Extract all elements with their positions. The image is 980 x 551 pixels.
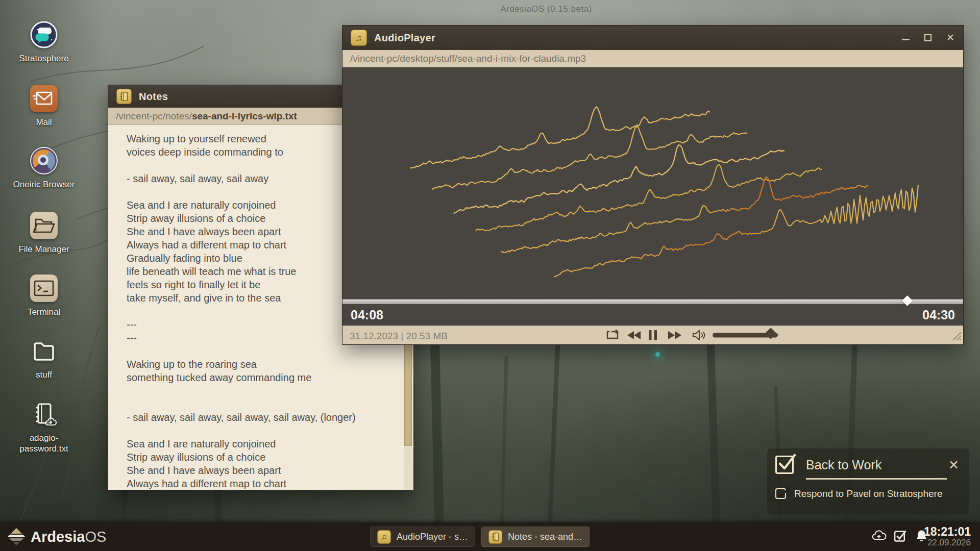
- browser-swirl-icon: [30, 147, 58, 174]
- taskbar-button-notes[interactable]: Notes - sea-and…: [481, 527, 590, 547]
- file-info: 31.12.2023 | 20.53 MB: [350, 326, 448, 346]
- pause-icon[interactable]: [648, 329, 658, 341]
- icon-label: Mail: [36, 117, 52, 128]
- tasks-checkbox-icon[interactable]: [893, 529, 907, 545]
- music-note-icon: ♫: [351, 30, 367, 46]
- close-icon[interactable]: ✕: [946, 458, 961, 472]
- desktop-icon-stratosphere[interactable]: Stratosphere: [3, 21, 85, 64]
- os-version-watermark: ArdesiaOS (0.15 beta): [449, 4, 643, 14]
- clock-date: 22.09.2026: [924, 538, 971, 548]
- todo-underline: [806, 478, 947, 480]
- volume-slider[interactable]: [713, 333, 778, 338]
- envelope-icon: [30, 85, 58, 112]
- audio-controls-bar: 31.12.2023 | 20.53 MB: [342, 325, 963, 344]
- repeat-icon[interactable]: [605, 329, 620, 341]
- waveform-display: [342, 67, 963, 299]
- audio-path-bar: /vincent-pc/desktop/stuff/sea-and-i-mix-…: [342, 50, 963, 67]
- cloud-upload-icon[interactable]: [871, 530, 887, 544]
- rewind-icon[interactable]: [626, 330, 642, 340]
- desktop-icon-mail[interactable]: Mail: [3, 85, 85, 128]
- os-logo[interactable]: ArdesiaOS: [7, 522, 106, 551]
- fast-forward-icon[interactable]: [667, 330, 682, 340]
- icon-label: stuff: [36, 369, 52, 380]
- waveform-svg: [342, 67, 964, 299]
- resize-grip[interactable]: [952, 331, 962, 343]
- close-button[interactable]: ✕: [946, 33, 955, 42]
- os-name-bold: Ardesia: [31, 529, 85, 545]
- desktop-icon-adagio-password[interactable]: adagio-password.txt: [3, 400, 85, 454]
- total-duration: 04:30: [922, 308, 955, 322]
- ardesia-diamond-icon: [7, 528, 26, 546]
- path-prefix: /vincent-pc/notes/: [116, 111, 192, 122]
- taskbar-button-audioplayer[interactable]: ♫ AudioPlayer - s…: [370, 527, 475, 547]
- desktop: ArdesiaOS (0.15 beta) Stratosphere Mail: [0, 0, 980, 551]
- elapsed-time: 04:08: [351, 308, 383, 322]
- todo-item-label: Respond to Pavel on Stratosphere: [794, 488, 942, 499]
- taskbar-button-label: Notes - sea-and…: [508, 532, 582, 542]
- teal-glow-speck: [655, 352, 660, 357]
- taskbar: ArdesiaOS ♫ AudioPlayer - s… Notes - sea…: [0, 522, 980, 551]
- maximize-button[interactable]: [923, 33, 933, 42]
- chat-bubbles-icon: [30, 21, 58, 48]
- time-row: 04:08 04:30: [342, 304, 963, 325]
- notebook-cloud-icon: [30, 400, 58, 428]
- open-folder-icon: [30, 212, 58, 239]
- path-filename: sea-and-i-lyrics-wip.txt: [192, 111, 297, 122]
- volume-icon[interactable]: [692, 330, 707, 341]
- icon-label: Terminal: [28, 307, 60, 317]
- icon-label: Oneiric Browser: [13, 179, 75, 190]
- notebook-icon: [116, 89, 132, 104]
- desktop-icon-stuff[interactable]: stuff: [3, 337, 85, 380]
- window-title: Notes: [139, 91, 168, 103]
- todo-checkbox-small[interactable]: [775, 488, 786, 499]
- todo-checkbox-checked[interactable]: [775, 456, 794, 474]
- seek-bar[interactable]: [342, 299, 963, 304]
- terminal-icon: [30, 274, 58, 302]
- minimize-button[interactable]: [901, 33, 910, 42]
- icon-label: Stratosphere: [19, 53, 68, 64]
- folder-icon: [30, 337, 58, 365]
- os-name-light: OS: [85, 529, 106, 545]
- window-title: AudioPlayer: [374, 32, 435, 44]
- notebook-icon: [488, 530, 502, 544]
- taskbar-button-label: AudioPlayer - s…: [397, 532, 468, 542]
- clock[interactable]: 18:21:01 22.09.2026: [924, 525, 971, 548]
- todo-item-label: Back to Work: [806, 458, 881, 472]
- icon-label: File Manager: [18, 244, 69, 255]
- file-path: /vincent-pc/desktop/stuff/sea-and-i-mix-…: [350, 53, 586, 64]
- clock-time: 18:21:01: [924, 525, 971, 538]
- desktop-icon-terminal[interactable]: Terminal: [3, 274, 85, 317]
- todo-widget: Back to Work ✕ Respond to Pavel on Strat…: [767, 448, 969, 514]
- audioplayer-window: ♫ AudioPlayer ✕ /vincent-pc/desktop/stuf…: [342, 25, 964, 345]
- desktop-icon-oneiric-browser[interactable]: Oneiric Browser: [3, 147, 85, 190]
- icon-label: adagio-password.txt: [11, 433, 77, 454]
- volume-knob[interactable]: [765, 328, 776, 339]
- music-note-icon: ♫: [377, 530, 391, 544]
- audioplayer-titlebar[interactable]: ♫ AudioPlayer ✕: [342, 26, 963, 50]
- desktop-icon-file-manager[interactable]: File Manager: [3, 212, 85, 255]
